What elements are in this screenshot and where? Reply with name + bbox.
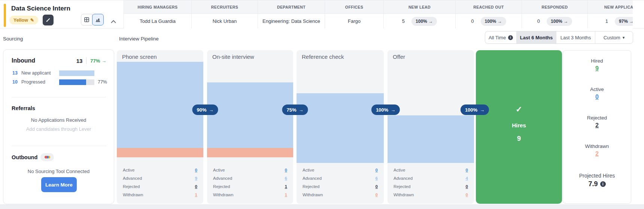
withdrawn-count-link[interactable]: 0 <box>466 193 468 197</box>
recruiters-value: Nick Urban <box>192 14 258 28</box>
outbound-header: Outbound <box>12 153 54 161</box>
sourcing-card: Inbound 13 77% → 13 New applicant 10 Pro… <box>3 49 114 204</box>
rejected-count-link[interactable]: 0 <box>466 184 468 189</box>
responded-count: 0 <box>537 18 540 24</box>
conversion-pill-reference-check[interactable]: 100% → <box>371 104 400 115</box>
advanced-count-link[interactable]: 9 <box>195 176 197 181</box>
advanced-bar <box>207 82 293 148</box>
withdrawn-count-link[interactable]: 2 <box>595 151 599 157</box>
projected-hires-label: Projected Hires <box>563 173 631 179</box>
collapse-panel-button[interactable] <box>109 17 118 25</box>
rejected-count-link[interactable]: 1 <box>285 184 287 189</box>
conversion-pill-phone-screen[interactable]: 90% → <box>192 104 218 115</box>
reached-out-conversion-chip[interactable]: 100% → <box>481 17 506 26</box>
advanced-label: Advanced <box>213 176 232 181</box>
stage-onsite-interview: On-site interview Active0 Advanced6 Reje… <box>207 50 293 204</box>
column-header: RESPONDED <box>522 0 588 13</box>
filter-all-time[interactable]: All Time i <box>485 31 517 43</box>
withdrawn-count-link[interactable]: 1 <box>195 193 197 197</box>
stage-phone-screen: Phone screen Active0 Advanced9 Rejected0… <box>117 50 203 204</box>
active-count-link[interactable]: 0 <box>466 168 468 172</box>
filter-custom[interactable]: Custom ▾ <box>595 31 633 43</box>
stage-stats: Active0 Advanced4 Rejected0 Withdrawn0 <box>394 166 468 199</box>
rejected-count-link[interactable]: 0 <box>376 184 378 189</box>
referrals-title: Referrals <box>12 105 35 111</box>
offices-value: Fargo <box>325 14 384 28</box>
new-lead-count: 5 <box>402 18 405 24</box>
inbound-total: 13 <box>76 58 83 64</box>
active-label: Active <box>563 87 631 92</box>
job-tag-pill[interactable]: Yellow ✎ <box>9 16 38 24</box>
stage-name: Offer <box>393 54 405 60</box>
new-applicant-conversion-chip[interactable]: 97% → <box>615 17 633 26</box>
new-lead-cell: 5 100% → <box>384 14 456 28</box>
withdrawn-label: Withdrawn <box>394 193 414 197</box>
table-view-button[interactable] <box>81 14 92 25</box>
withdrawn-count-link[interactable]: 0 <box>376 193 378 197</box>
advanced-label: Advanced <box>394 176 413 181</box>
conversion-pill-offer[interactable]: 100% → <box>461 104 489 115</box>
learn-more-button[interactable]: Learn More <box>41 177 77 192</box>
column-header: REACHED OUT <box>456 0 522 13</box>
rejected-count-link[interactable]: 2 <box>595 122 599 129</box>
chart-view-button[interactable] <box>92 14 104 25</box>
info-icon[interactable]: i <box>508 35 513 40</box>
active-label: Active <box>303 168 314 172</box>
active-count-link[interactable]: 0 <box>595 94 599 100</box>
stage-reference-check: Reference check Active0 Advanced6 Reject… <box>297 50 384 204</box>
table-view-icon <box>84 17 89 22</box>
rejected-count-link[interactable]: 0 <box>195 184 197 189</box>
hires-count: 9 <box>476 135 562 143</box>
advanced-bar <box>117 62 203 148</box>
active-count-link[interactable]: 0 <box>376 168 378 172</box>
advanced-count-link[interactable]: 6 <box>376 176 378 181</box>
rejected-label: Rejected <box>394 184 410 189</box>
posting-summary-table: HIRING MANAGERS RECRUITERS DEPARTMENT OF… <box>124 0 633 28</box>
arrow-right-icon: → <box>391 107 395 113</box>
column-header: NEW LEAD <box>384 0 456 13</box>
bar-chart-icon <box>95 17 101 22</box>
column-header: OFFICES <box>325 0 384 13</box>
advanced-label: Advanced <box>303 176 322 181</box>
referrals-empty-title: No Applications Received <box>3 117 114 123</box>
rejected-label: Rejected <box>563 115 631 121</box>
arrow-right-icon: → <box>629 19 633 24</box>
summary-table-value-row: Todd La Guardia Nick Urban Engineering: … <box>124 14 633 28</box>
job-status-accent-bar <box>4 4 6 27</box>
advanced-count-link[interactable]: 6 <box>285 176 287 181</box>
inbound-title: Inbound <box>12 57 76 64</box>
job-notes-button[interactable] <box>43 15 54 25</box>
rejected-label: Rejected <box>123 184 140 189</box>
filter-last-6-months[interactable]: Last 6 Months <box>517 31 556 43</box>
active-count-link[interactable]: 0 <box>285 168 287 172</box>
inbound-conversion-link[interactable]: 77% → <box>90 58 106 64</box>
withdrawn-label: Withdrawn <box>563 143 631 149</box>
new-applicant-label: New applicant <box>21 70 59 76</box>
active-count-link[interactable]: 0 <box>195 168 197 172</box>
sourcing-section-label: Sourcing <box>3 36 23 42</box>
progressed-row: 10 Progressed 77% <box>12 79 107 85</box>
hires-label: Hires <box>476 122 562 128</box>
job-tag-label: Yellow <box>13 18 28 23</box>
responded-conversion-chip[interactable]: 100% → <box>547 17 572 26</box>
reached-out-count: 0 <box>471 18 474 24</box>
stage-name: On-site interview <box>212 54 254 60</box>
progressed-bar-fill <box>59 79 86 85</box>
pipeline-section-label: Interview Pipeline <box>119 36 159 42</box>
column-header: DEPARTMENT <box>258 0 325 13</box>
progressed-label: Progressed <box>21 79 59 85</box>
projected-hires-value: 7.9 i <box>588 180 605 188</box>
conversion-pill-onsite[interactable]: 75% → <box>282 104 308 115</box>
edit-pencil-icon: ✎ <box>30 18 34 23</box>
advanced-count-link[interactable]: 4 <box>466 176 468 181</box>
info-icon[interactable]: i <box>600 181 606 187</box>
new-applicant-bar <box>59 70 94 76</box>
new-applicant-count: 1 <box>605 18 608 24</box>
new-lead-conversion-chip[interactable]: 100% → <box>411 17 437 26</box>
hired-count-link[interactable]: 9 <box>595 65 599 72</box>
withdrawn-count-link[interactable]: 1 <box>285 193 287 197</box>
column-header: RECRUITERS <box>192 0 258 13</box>
hires-block: ✓ Hires 9 <box>476 50 562 204</box>
arrow-right-icon: → <box>209 107 214 113</box>
filter-last-3-months[interactable]: Last 3 Months <box>556 31 595 43</box>
